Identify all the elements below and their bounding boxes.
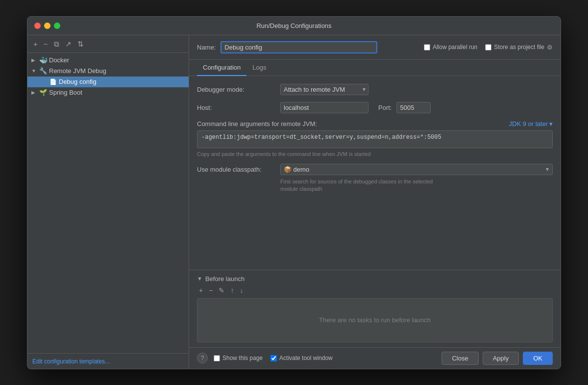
config-panel: Debugger mode: Attach to remote JVM List… — [189, 76, 561, 270]
gear-icon: ⚙ — [547, 44, 553, 51]
tabs-row: Configuration Logs — [189, 60, 561, 76]
cmdline-header: Command line arguments for remote JVM: J… — [197, 120, 553, 128]
name-options: Allow parallel run Store as project file… — [424, 44, 553, 51]
apply-button[interactable]: Apply — [483, 352, 519, 365]
remote-jvm-icon: 🔧 — [39, 67, 47, 75]
before-launch-down-button[interactable]: ↓ — [238, 286, 245, 294]
add-config-button[interactable]: + — [31, 39, 40, 49]
host-label: Host: — [197, 104, 275, 111]
name-label: Name: — [197, 44, 216, 51]
before-launch-add-button[interactable]: + — [197, 286, 205, 294]
port-input[interactable] — [396, 102, 431, 113]
debugger-mode-label: Debugger mode: — [197, 86, 275, 93]
remove-config-button[interactable]: − — [42, 39, 50, 49]
port-label: Port: — [378, 104, 392, 111]
sidebar-toolbar: + − ⧉ ↗ ⇅ — [27, 35, 189, 53]
spring-boot-label: Spring Boot — [49, 89, 82, 96]
module-hint: First search for sources of the debugged… — [280, 178, 553, 193]
host-input[interactable] — [280, 102, 368, 113]
ok-button[interactable]: OK — [523, 352, 553, 365]
host-port-row: Host: Port: — [197, 102, 553, 113]
show-page-label[interactable]: Show this page — [214, 355, 263, 361]
activate-tool-window-label[interactable]: Activate tool window — [270, 355, 333, 361]
cmdline-section: Command line arguments for remote JVM: J… — [197, 120, 553, 157]
show-page-text: Show this page — [222, 355, 263, 361]
maximize-button[interactable] — [54, 23, 60, 29]
copy-config-button[interactable]: ⧉ — [52, 39, 61, 49]
tab-logs[interactable]: Logs — [246, 60, 272, 76]
store-as-project-file-label[interactable]: Store as project file ⚙ — [485, 44, 553, 51]
spring-boot-arrow-icon: ▶ — [31, 90, 37, 95]
module-hint-line2: module classpath — [280, 186, 322, 192]
allow-parallel-run-checkbox[interactable] — [424, 44, 430, 51]
cmdline-label: Command line arguments for remote JVM: — [197, 120, 317, 128]
sidebar-footer: Edit configuration templates... — [27, 353, 189, 369]
debugger-mode-row: Debugger mode: Attach to remote JVM List… — [197, 84, 553, 95]
name-row: Name: Allow parallel run Store as projec… — [189, 35, 561, 60]
allow-parallel-run-text: Allow parallel run — [433, 44, 477, 51]
tab-configuration[interactable]: Configuration — [197, 60, 246, 76]
debugger-mode-select[interactable]: Attach to remote JVM Listen to remote JV… — [280, 84, 368, 95]
tree-item-debug-config[interactable]: ▶ 📄 Debug config — [27, 77, 189, 87]
spring-boot-icon: 🌱 — [39, 89, 47, 97]
store-as-project-file-checkbox[interactable] — [485, 44, 491, 51]
tree-item-spring-boot[interactable]: ▶ 🌱 Spring Boot — [27, 87, 189, 98]
activate-tool-window-text: Activate tool window — [279, 355, 333, 361]
right-panel: Name: Allow parallel run Store as projec… — [189, 35, 561, 369]
debugger-mode-select-wrapper: Attach to remote JVM Listen to remote JV… — [280, 84, 368, 95]
close-button[interactable] — [34, 23, 41, 29]
before-launch-collapse-icon: ▼ — [197, 276, 202, 282]
name-input[interactable] — [220, 41, 377, 53]
before-launch-edit-button[interactable]: ✎ — [217, 286, 226, 294]
docker-label: Docker — [49, 56, 69, 64]
before-launch-empty: There are no tasks to run before launch — [197, 298, 553, 342]
run-debug-dialog: Run/Debug Configurations + − ⧉ ↗ ⇅ ▶ 🐳 D… — [27, 16, 561, 369]
module-select[interactable]: 📦 demo — [280, 164, 553, 175]
sort-config-button[interactable]: ⇅ — [75, 39, 86, 49]
main-content: + − ⧉ ↗ ⇅ ▶ 🐳 Docker ▼ 🔧 Remote JVM Debu… — [27, 35, 561, 369]
edit-templates-link[interactable]: Edit configuration templates... — [32, 358, 110, 365]
activate-tool-window-checkbox[interactable] — [270, 355, 277, 361]
module-classpath-label: Use module classpath: — [197, 166, 275, 173]
title-bar: Run/Debug Configurations — [27, 17, 561, 35]
remote-jvm-label: Remote JVM Debug — [49, 67, 106, 75]
traffic-lights — [34, 23, 60, 29]
before-launch-toolbar: + − ✎ ↑ ↓ — [197, 286, 553, 294]
config-icon: 📄 — [49, 78, 57, 86]
jdk-version-text: JDK 9 or later — [509, 120, 548, 128]
cmdline-value: -agentlib:jdwp=transport=dt_socket,serve… — [197, 130, 553, 148]
docker-icon: 🐳 — [39, 56, 47, 64]
jdk-version-link[interactable]: JDK 9 or later ▾ — [509, 120, 553, 128]
config-tree: ▶ 🐳 Docker ▼ 🔧 Remote JVM Debug ▶ 📄 Debu… — [27, 53, 189, 353]
docker-arrow-icon: ▶ — [31, 57, 37, 63]
debug-config-label: Debug config — [59, 78, 97, 85]
dialog-footer: ? Show this page Activate tool window Cl… — [189, 347, 561, 369]
bottom-buttons: Close Apply OK — [441, 352, 553, 365]
move-config-button[interactable]: ↗ — [63, 39, 74, 49]
tree-item-docker[interactable]: ▶ 🐳 Docker — [27, 55, 189, 66]
footer-checkboxes: Show this page Activate tool window — [214, 355, 441, 361]
before-launch-section: ▼ Before launch + − ✎ ↑ ↓ There are no t… — [189, 270, 561, 347]
before-launch-header[interactable]: ▼ Before launch — [197, 275, 553, 282]
module-select-wrapper: 📦 demo — [280, 164, 553, 175]
jdk-dropdown-icon: ▾ — [549, 120, 553, 128]
module-hint-line1: First search for sources of the debugged… — [280, 179, 433, 184]
allow-parallel-run-label[interactable]: Allow parallel run — [424, 44, 477, 51]
before-launch-empty-text: There are no tasks to run before launch — [319, 316, 431, 324]
before-launch-title: Before launch — [205, 275, 245, 282]
cmdline-hint: Copy and paste the arguments to the comm… — [197, 151, 553, 157]
dialog-title: Run/Debug Configurations — [256, 22, 331, 29]
close-button[interactable]: Close — [441, 352, 478, 365]
store-as-project-file-text: Store as project file — [494, 44, 544, 51]
tree-item-remote-jvm[interactable]: ▼ 🔧 Remote JVM Debug — [27, 66, 189, 77]
before-launch-remove-button[interactable]: − — [207, 286, 215, 294]
help-button[interactable]: ? — [197, 353, 208, 363]
show-page-checkbox[interactable] — [214, 355, 220, 361]
minimize-button[interactable] — [44, 23, 50, 29]
sidebar: + − ⧉ ↗ ⇅ ▶ 🐳 Docker ▼ 🔧 Remote JVM Debu… — [27, 35, 189, 369]
remote-jvm-arrow-icon: ▼ — [31, 68, 37, 74]
module-classpath-row: Use module classpath: 📦 demo — [197, 164, 553, 175]
before-launch-up-button[interactable]: ↑ — [228, 286, 236, 294]
